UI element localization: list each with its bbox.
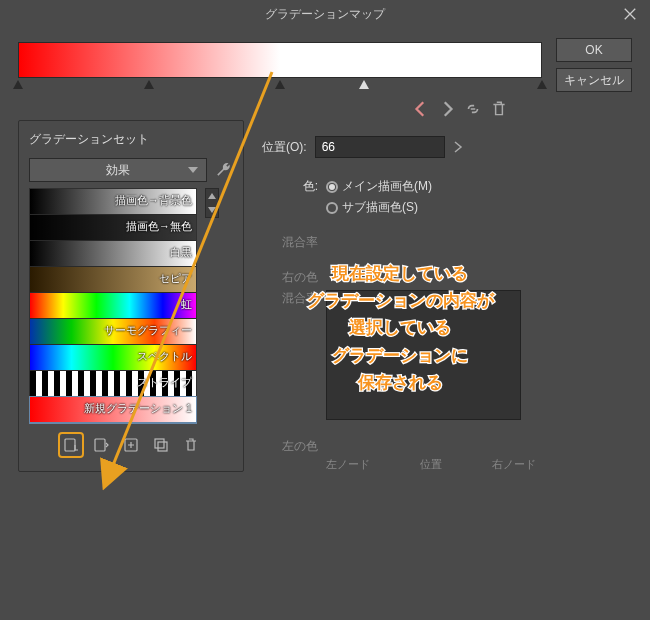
preset-label: 虹 [181,297,192,312]
color-row: 色: メイン描画色(M) [262,178,632,195]
nav-prev-icon[interactable] [412,100,430,118]
load-gradient-button[interactable] [90,434,112,456]
close-button[interactable] [610,0,650,28]
position-row: 位置(O): [262,136,632,158]
trash-icon[interactable] [490,100,508,118]
close-icon [623,7,637,21]
mix-curve-editor[interactable] [326,290,521,420]
dialog-title: グラデーションマップ [265,6,385,23]
ok-button[interactable]: OK [556,38,632,62]
scroll-down-button[interactable] [206,203,218,217]
scrollbar[interactable] [205,188,219,218]
new-gradient-button[interactable] [120,434,142,456]
preset-item[interactable]: サーモグラフィー [30,319,196,345]
color-option-main[interactable]: メイン描画色(M) [326,178,432,195]
preset-label: サーモグラフィー [104,323,192,338]
radio-icon [326,181,338,193]
gradient-bar [18,42,542,78]
preset-select[interactable]: 効果 [29,158,207,182]
preset-label: 白黒 [170,245,192,260]
mix-rate-row: 混合率 [262,234,632,251]
delete-gradient-button[interactable] [180,434,202,456]
preset-label: ストライプ [137,375,192,390]
gradient-stop-active[interactable] [359,80,369,89]
preset-list[interactable]: 描画色→背景色描画色→無色白黒セピア虹サーモグラフィースペクトルストライプ新規グ… [29,188,197,424]
position-label: 位置(O): [262,139,307,156]
preset-item[interactable]: 新規グラデーション 1 [30,397,196,423]
gradient-preview[interactable] [18,42,542,92]
right-color-row: 右の色 [262,269,632,286]
color-row-2: サブ描画色(S) [262,199,632,216]
preset-item[interactable]: スペクトル [30,345,196,371]
gradient-stop[interactable] [275,80,285,89]
preset-item[interactable]: 描画色→背景色 [30,189,196,215]
preset-label: スペクトル [137,349,192,364]
svg-rect-1 [95,439,105,451]
preset-select-label: 効果 [106,162,130,179]
nav-next-icon[interactable] [438,100,456,118]
save-gradient-button[interactable] [60,434,82,456]
left-color-row: 左の色 [262,438,632,455]
preset-toolbar [29,434,233,456]
gradient-stop[interactable] [144,80,154,89]
mix-rate-curve-label: 混合率 [262,290,318,420]
preset-item[interactable]: 虹 [30,293,196,319]
preset-item[interactable]: 白黒 [30,241,196,267]
position-input[interactable] [315,136,445,158]
preset-label: 描画色→無色 [126,219,192,234]
preset-swatch [30,293,196,318]
preset-label: 新規グラデーション 1 [84,401,192,416]
preset-item[interactable]: ストライプ [30,371,196,397]
gradient-stops[interactable] [18,80,542,92]
cancel-button[interactable]: キャンセル [556,68,632,92]
duplicate-gradient-button[interactable] [150,434,172,456]
link-icon[interactable] [464,100,482,118]
scroll-up-button[interactable] [206,189,218,203]
color-option-sub[interactable]: サブ描画色(S) [326,199,418,216]
color-label: 色: [262,178,318,195]
gradient-set-panel: グラデーションセット 効果 描画色→背景色描画色→無色白黒セピア虹サーモグラフィ… [18,120,244,472]
preset-item[interactable]: 描画色→無色 [30,215,196,241]
position-stepper-icon[interactable] [453,140,463,154]
svg-rect-4 [158,442,167,451]
node-labels: 左ノード 位置 右ノード [326,457,536,472]
titlebar: グラデーションマップ [0,0,650,28]
gradient-stop[interactable] [13,80,23,89]
gradient-stop[interactable] [537,80,547,89]
radio-icon [326,202,338,214]
preset-label: セピア [159,271,192,286]
svg-rect-0 [65,439,75,451]
settings-column: 位置(O): 色: メイン描画色(M) サブ描画色(S) 混合率 右の色 混合率… [262,120,632,472]
preset-item[interactable]: セピア [30,267,196,293]
preset-label: 描画色→背景色 [115,193,192,208]
svg-rect-3 [155,439,164,448]
panel-title: グラデーションセット [29,131,233,148]
wrench-icon[interactable] [215,161,233,179]
